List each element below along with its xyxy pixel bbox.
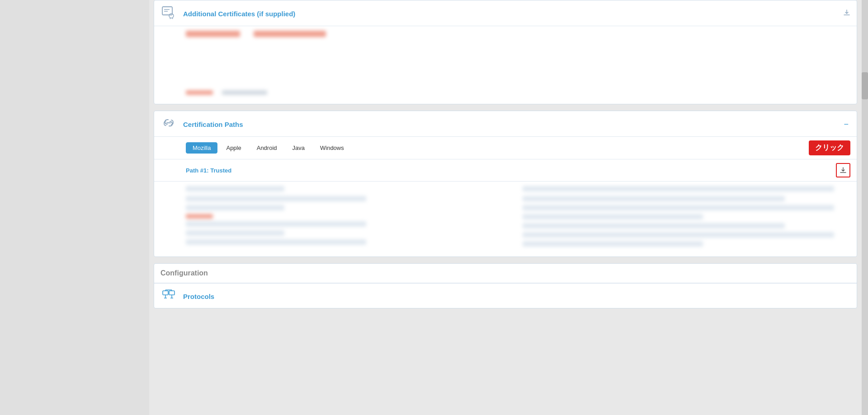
additional-certs-title: Additional Certificates (if supplied) (183, 10, 843, 18)
svg-line-5 (172, 18, 173, 19)
tab-windows[interactable]: Windows (313, 142, 351, 154)
svg-rect-12 (169, 291, 175, 295)
svg-rect-9 (163, 291, 168, 295)
protocols-label: Protocols (183, 293, 850, 300)
additional-certs-card: Additional Certificates (if supplied) (154, 0, 857, 104)
additional-certs-download[interactable] (843, 9, 850, 18)
chain-icon (160, 116, 177, 133)
configuration-header: Configuration (154, 264, 857, 283)
tab-apple[interactable]: Apple (219, 142, 248, 154)
scrollbar[interactable] (862, 0, 868, 415)
configuration-title: Configuration (160, 269, 208, 277)
path-trusted-label: Path #1: Trusted (186, 167, 836, 174)
certification-paths-title: Certification Paths (183, 121, 842, 128)
path-download-button[interactable] (836, 163, 850, 177)
tab-android[interactable]: Android (250, 142, 284, 154)
certification-paths-header: Certification Paths − (154, 111, 857, 137)
configuration-card: Configuration Protocols (154, 263, 857, 308)
path-trusted-row: Path #1: Trusted (154, 159, 857, 182)
scrollbar-thumb[interactable] (862, 72, 868, 99)
additional-certs-content (154, 26, 857, 104)
click-annotation: クリック (809, 140, 850, 155)
certificate-icon (160, 5, 177, 22)
tab-java[interactable]: Java (286, 142, 311, 154)
cert-path-content (154, 182, 857, 256)
svg-point-3 (169, 14, 174, 18)
certification-paths-card: Certification Paths − Mozilla Apple Andr… (154, 111, 857, 257)
sidebar (0, 0, 149, 415)
additional-certs-header: Additional Certificates (if supplied) (154, 0, 857, 26)
main-content: Additional Certificates (if supplied) (149, 0, 862, 415)
collapse-button[interactable]: − (842, 120, 850, 129)
protocols-row: Protocols (154, 283, 857, 308)
tab-mozilla[interactable]: Mozilla (186, 142, 217, 154)
tabs-row: Mozilla Apple Android Java Windows クリック (154, 137, 857, 159)
protocols-icon (160, 288, 177, 304)
svg-line-4 (170, 18, 170, 19)
